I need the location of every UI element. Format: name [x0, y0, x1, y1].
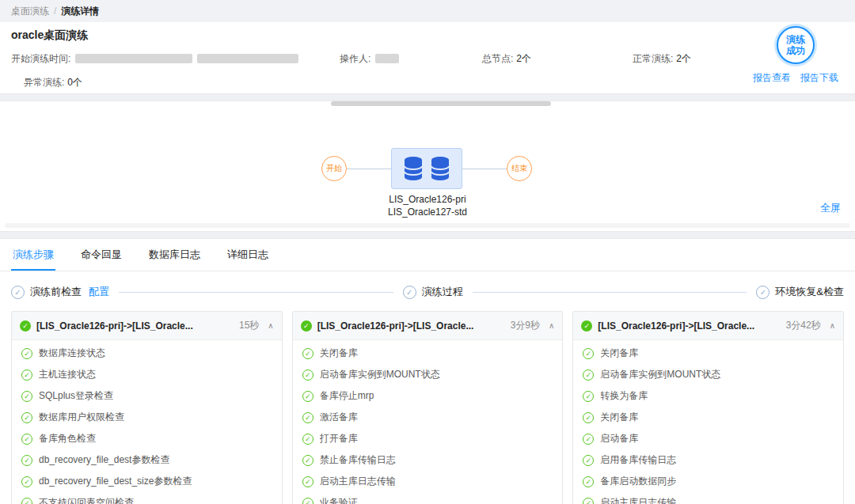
step-item-label: 数据库连接状态	[39, 347, 105, 360]
stage-process-label: 演练过程	[422, 285, 463, 299]
tab-drill-steps[interactable]: 演练步骤	[11, 239, 55, 271]
step-item-label: 启动主库日志传输	[600, 496, 676, 504]
success-check-icon: ✓	[581, 320, 592, 332]
step-item: ✓ db_recovery_file_dest参数检查	[12, 449, 282, 471]
step-item: ✓ 启动主库日志传输	[293, 471, 563, 492]
step-item-label: 转换为备库	[600, 389, 648, 403]
breadcrumb-parent[interactable]: 桌面演练	[11, 5, 49, 18]
normal-drill-label: 正常演练:	[633, 52, 673, 66]
step-item-label: 关闭备库	[600, 411, 638, 424]
step-duration: 15秒	[239, 319, 259, 332]
end-node[interactable]: 结束	[507, 156, 532, 181]
tab-detail-log[interactable]: 详细日志	[226, 239, 270, 271]
operator-field: 操作人:	[340, 52, 482, 66]
step-item: ✓ 启动备库实例到MOUNT状态	[293, 364, 563, 385]
check-icon: ✓	[21, 391, 32, 402]
stage-progress: ✓ 演练前检查 配置 ✓ 演练过程 ✓ 环境恢复&检查	[0, 271, 855, 311]
node-label-standby: LIS_Oracle127-std	[0, 206, 855, 218]
report-view-link[interactable]: 报告查看	[753, 71, 791, 85]
step-item-label: SQLplus登录检查	[39, 389, 113, 403]
check-icon: ✓	[302, 498, 314, 504]
step-item: ✓ 关闭备库	[573, 343, 843, 364]
step-item-label: 备库停止mrp	[320, 389, 374, 403]
step-item-label: 业务验证	[320, 496, 358, 504]
stage-connector	[473, 292, 747, 293]
report-download-link[interactable]: 报告下载	[800, 71, 838, 85]
step-item: ✓ 主机连接状态	[12, 364, 282, 385]
stage-check-icon: ✓	[403, 286, 416, 299]
step-card: ✓ [LIS_Oracle126-pri]->[LIS_Oracle... 3分…	[292, 311, 564, 504]
config-link[interactable]: 配置	[89, 285, 109, 299]
step-item: ✓ 激活备库	[293, 407, 563, 428]
check-icon: ✓	[583, 434, 594, 445]
total-nodes-label: 总节点:	[482, 52, 513, 66]
redacted-start-time	[75, 54, 192, 63]
stage-env-restore-label: 环境恢复&检查	[775, 285, 844, 299]
stage-process: ✓ 演练过程	[403, 285, 463, 299]
stage-check-icon: ✓	[11, 286, 25, 299]
step-card-header[interactable]: ✓ [LIS_Oracle126-pri]->[LIS_Oracle... 3分…	[573, 312, 843, 340]
check-icon: ✓	[21, 476, 32, 487]
start-time-label: 开始演练时间:	[11, 52, 70, 66]
step-item: ✓ SQLplus登录检查	[12, 385, 282, 407]
step-item-label: 打开备库	[320, 432, 358, 445]
check-icon: ✓	[583, 391, 594, 402]
step-item-label: 主机连接状态	[39, 368, 96, 381]
breadcrumb-current: 演练详情	[61, 5, 99, 18]
step-item: ✓ 启动备库	[573, 428, 843, 449]
step-item-label: 不支持闪回表空间检查	[39, 496, 134, 504]
summary-fields-row: 开始演练时间: 操作人: 总节点: 2个 正常演练: 2个	[11, 51, 844, 66]
database-node-labels: LIS_Oracle126-pri LIS_Oracle127-std	[0, 193, 855, 218]
step-item: ✓ 启动备库实例到MOUNT状态	[573, 364, 843, 385]
fullscreen-link[interactable]: 全屏	[820, 201, 841, 215]
step-item-label: 启动备库实例到MOUNT状态	[320, 368, 440, 381]
check-icon: ✓	[21, 412, 32, 423]
redacted-operator	[375, 54, 399, 63]
check-icon: ✓	[583, 412, 594, 423]
report-links: 报告查看 报告下载	[753, 71, 838, 85]
step-duration: 3分42秒	[786, 319, 821, 332]
check-icon: ✓	[302, 434, 314, 445]
step-item: ✓ 转换为备库	[573, 385, 843, 407]
check-icon: ✓	[21, 455, 32, 466]
start-node[interactable]: 开始	[321, 156, 347, 181]
breadcrumb: 桌面演练 / 演练详情	[0, 0, 855, 22]
horizontal-scrollbar-track[interactable]	[5, 223, 850, 228]
drill-summary-card: oracle桌面演练 开始演练时间: 操作人: 总节点: 2个 正常演练: 2个…	[0, 22, 855, 94]
node-label-primary: LIS_Oracle126-pri	[0, 193, 855, 206]
tab-command-echo[interactable]: 命令回显	[79, 239, 124, 271]
step-card-header[interactable]: ✓ [LIS_Oracle126-pri]->[LIS_Oracle... 15…	[12, 312, 282, 340]
check-icon: ✓	[583, 348, 594, 359]
step-item: ✓ 备库角色检查	[12, 428, 282, 449]
check-icon: ✓	[302, 455, 314, 466]
check-icon: ✓	[21, 498, 32, 504]
edge-start-to-db	[347, 169, 391, 169]
database-node-group[interactable]	[391, 148, 462, 189]
collapse-icon[interactable]: ∧	[549, 321, 554, 330]
step-item-list: ✓ 关闭备库 ✓ 启动备库实例到MOUNT状态 ✓ 备库停止mrp ✓ 激活备库	[293, 340, 563, 504]
topology-panel: 开始 结束 LIS_Oracle126-pri LIS_Oracle127-st…	[0, 100, 855, 232]
abnormal-drill-value: 0个	[67, 76, 82, 89]
step-item-label: 备库启动数据同步	[600, 475, 676, 488]
tab-database-log[interactable]: 数据库日志	[147, 239, 202, 271]
edge-db-to-end	[462, 169, 507, 169]
check-icon: ✓	[302, 348, 314, 359]
page-title: oracle桌面演练	[11, 28, 844, 43]
step-card-header[interactable]: ✓ [LIS_Oracle126-pri]->[LIS_Oracle... 3分…	[293, 312, 563, 340]
normal-drill-value: 2个	[676, 52, 691, 66]
success-badge-line2: 成功	[786, 45, 805, 56]
collapse-icon[interactable]: ∧	[830, 321, 835, 330]
stage-check-icon: ✓	[756, 286, 770, 299]
step-cards: ✓ [LIS_Oracle126-pri]->[LIS_Oracle... 15…	[0, 311, 855, 504]
step-item-label: 数据库用户权限检查	[39, 411, 124, 424]
start-time-field: 开始演练时间:	[11, 52, 340, 66]
collapse-icon[interactable]: ∧	[268, 321, 273, 330]
check-icon: ✓	[302, 476, 314, 487]
step-item: ✓ 数据库连接状态	[12, 343, 282, 364]
step-item-label: 备库角色检查	[39, 432, 96, 445]
step-item-label: 关闭备库	[320, 347, 358, 360]
horizontal-scrollbar-thumb[interactable]	[331, 101, 551, 106]
stage-connector	[119, 292, 393, 293]
step-item-label: 激活备库	[320, 411, 358, 424]
step-item: ✓ 关闭备库	[293, 343, 563, 364]
